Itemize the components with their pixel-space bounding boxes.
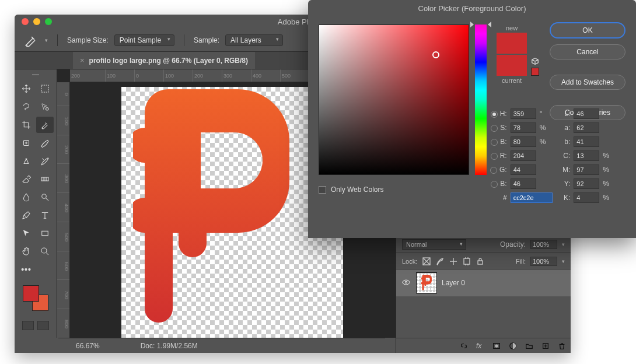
gamut-warning-icon[interactable] bbox=[531, 57, 539, 65]
chevron-down-icon[interactable]: ▾ bbox=[562, 258, 565, 264]
adjustment-layer-icon[interactable] bbox=[509, 342, 517, 350]
blur-tool[interactable] bbox=[18, 189, 35, 205]
crop-tool[interactable] bbox=[18, 117, 35, 133]
lab-b-input[interactable]: 41 bbox=[574, 136, 599, 147]
history-brush-tool[interactable] bbox=[36, 153, 54, 169]
new-current-swatch: new current bbox=[495, 24, 528, 84]
layer-fx-icon[interactable]: fx bbox=[476, 342, 484, 350]
lock-artboard-icon[interactable] bbox=[462, 257, 471, 266]
document-tab-title: profilo logo large.png @ 66.7% (Layer 0,… bbox=[89, 57, 248, 65]
lock-pixels-icon[interactable] bbox=[435, 257, 445, 266]
layer-item[interactable]: Layer 0 bbox=[396, 270, 571, 296]
foreground-color-swatch[interactable] bbox=[23, 285, 39, 302]
h-input[interactable]: 359 bbox=[511, 108, 536, 119]
chevron-down-icon[interactable]: ▾ bbox=[562, 242, 565, 247]
a-input[interactable]: 62 bbox=[574, 123, 599, 133]
sv-cursor[interactable] bbox=[432, 51, 439, 58]
gamut-color-swatch[interactable] bbox=[531, 68, 539, 76]
b-unit: % bbox=[540, 138, 548, 146]
move-tool[interactable] bbox=[18, 80, 35, 97]
blend-mode-select[interactable]: Normal bbox=[402, 239, 466, 250]
pen-tool[interactable] bbox=[18, 207, 35, 223]
s-unit: % bbox=[540, 124, 548, 132]
h-radio[interactable] bbox=[491, 111, 498, 118]
clone-stamp-tool[interactable] bbox=[18, 153, 35, 169]
brush-tool[interactable] bbox=[36, 135, 54, 151]
layer-group-icon[interactable] bbox=[525, 342, 533, 350]
c-input[interactable]: 13 bbox=[574, 150, 599, 161]
fill-input[interactable]: 100% bbox=[530, 257, 557, 266]
hand-tool[interactable] bbox=[18, 243, 35, 260]
minimize-window-button[interactable] bbox=[33, 18, 40, 25]
hex-input[interactable]: cc2c2e bbox=[511, 192, 553, 203]
g-input[interactable]: 44 bbox=[511, 164, 536, 175]
only-web-colors-row: Only Web Colors bbox=[319, 186, 383, 194]
ok-button[interactable]: OK bbox=[550, 22, 625, 38]
l-input[interactable]: 46 bbox=[574, 108, 599, 119]
document-tab[interactable]: × profilo logo large.png @ 66.7% (Layer … bbox=[73, 52, 255, 69]
more-tools[interactable]: ••• bbox=[18, 261, 35, 278]
layer-thumbnail[interactable] bbox=[416, 272, 437, 293]
screen-mode-toggle[interactable] bbox=[37, 321, 49, 330]
bl-radio[interactable] bbox=[491, 181, 498, 188]
b-input[interactable]: 80 bbox=[511, 136, 536, 147]
new-layer-icon[interactable] bbox=[541, 342, 550, 350]
tools-grip[interactable] bbox=[27, 74, 44, 76]
layer-mask-icon[interactable] bbox=[492, 342, 501, 350]
cancel-button[interactable]: Cancel bbox=[550, 44, 625, 60]
lasso-tool[interactable] bbox=[18, 99, 35, 115]
y-input[interactable]: 92 bbox=[574, 178, 599, 189]
quick-select-tool[interactable] bbox=[36, 99, 54, 115]
zoom-tool[interactable] bbox=[36, 243, 54, 260]
hue-slider[interactable] bbox=[475, 24, 487, 175]
only-web-colors-checkbox[interactable] bbox=[319, 186, 326, 194]
healing-brush-tool[interactable] bbox=[18, 135, 35, 151]
path-select-tool[interactable] bbox=[18, 225, 35, 242]
eraser-tool[interactable] bbox=[18, 171, 35, 187]
r-input[interactable]: 204 bbox=[511, 150, 536, 161]
lock-position-icon[interactable] bbox=[449, 257, 458, 266]
sample-size-select[interactable]: Point Sample bbox=[114, 34, 174, 46]
opacity-label: Opacity: bbox=[500, 240, 526, 249]
r-label: R: bbox=[500, 152, 507, 160]
saturation-value-field[interactable] bbox=[319, 24, 469, 175]
link-layers-icon[interactable] bbox=[460, 342, 468, 350]
eyedropper-tool[interactable] bbox=[36, 117, 54, 133]
doc-info[interactable]: Doc: 1.99M/2.56M bbox=[141, 342, 198, 350]
marquee-tool[interactable] bbox=[36, 80, 54, 97]
new-color-swatch[interactable] bbox=[497, 33, 527, 54]
visibility-toggle-icon[interactable] bbox=[401, 278, 411, 289]
lock-all-icon[interactable] bbox=[476, 257, 485, 266]
opacity-input[interactable]: 100% bbox=[530, 240, 557, 249]
maximize-window-button[interactable] bbox=[45, 18, 52, 25]
svg-rect-5 bbox=[42, 231, 48, 236]
eyedropper-tool-icon[interactable] bbox=[23, 34, 39, 47]
type-tool[interactable] bbox=[36, 207, 54, 223]
layer-name[interactable]: Layer 0 bbox=[442, 279, 465, 287]
tools-panel: ••• bbox=[15, 69, 57, 338]
status-bar: 66.67% Doc: 1.99M/2.56M bbox=[58, 338, 385, 353]
m-input[interactable]: 97 bbox=[574, 164, 599, 175]
r-radio[interactable] bbox=[491, 153, 498, 160]
s-radio[interactable] bbox=[491, 125, 498, 132]
s-input[interactable]: 78 bbox=[511, 123, 536, 133]
current-color-swatch[interactable] bbox=[497, 55, 527, 76]
g-radio[interactable] bbox=[490, 167, 497, 174]
close-tab-icon[interactable]: × bbox=[80, 56, 85, 65]
dodge-tool[interactable] bbox=[36, 189, 54, 205]
k-input[interactable]: 4 bbox=[574, 192, 599, 203]
lock-transparency-icon[interactable] bbox=[422, 257, 431, 266]
add-to-swatches-button[interactable]: Add to Swatches bbox=[550, 75, 625, 90]
chevron-down-icon[interactable]: ▾ bbox=[45, 37, 48, 43]
bl-input[interactable]: 46 bbox=[511, 178, 536, 189]
zoom-level[interactable]: 66.67% bbox=[76, 342, 100, 350]
delete-layer-icon[interactable] bbox=[558, 342, 566, 350]
ruler-vertical[interactable]: 0 100 200 300 400 500 600 700 800 bbox=[57, 82, 70, 338]
quick-mask-toggle[interactable] bbox=[22, 321, 34, 330]
close-window-button[interactable] bbox=[22, 18, 29, 25]
y-unit: % bbox=[603, 180, 611, 188]
sample-select[interactable]: All Layers bbox=[225, 34, 283, 46]
rectangle-tool[interactable] bbox=[36, 225, 54, 242]
b-radio[interactable] bbox=[491, 139, 498, 146]
gradient-tool[interactable] bbox=[36, 171, 54, 187]
